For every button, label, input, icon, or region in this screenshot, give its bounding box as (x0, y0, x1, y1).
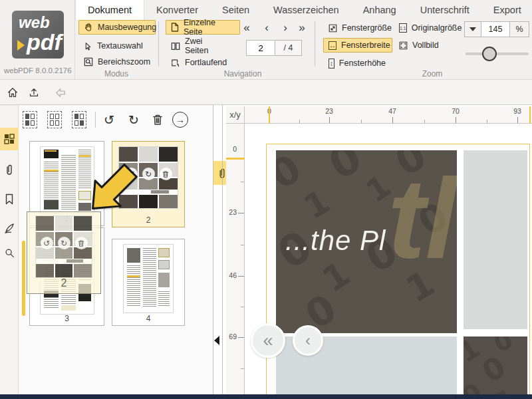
ribbon-tab-bar: Dokument Konverter Seiten Wasserzeichen … (75, 0, 532, 20)
logo-play-icon (17, 40, 25, 51)
trash-icon (152, 114, 163, 126)
page-number-input[interactable] (246, 40, 275, 56)
sidebar-item-attachments[interactable] (0, 158, 19, 181)
fit-width-icon: ↔ (329, 41, 336, 50)
drag-ghost-page: ...the Pl ↺ ↻ 2 (27, 211, 101, 294)
previous-page-button[interactable]: ‹ (259, 21, 274, 35)
svg-text:1: 1 (297, 182, 336, 227)
page-canvas[interactable]: 0 1 0 1 0 0 1 0 1 0 0 tl (245, 124, 532, 395)
tab-seiten[interactable]: Seiten (210, 0, 261, 20)
fullscreen-icon (399, 41, 408, 50)
horizontal-ruler: 0 23 47 70 93 (245, 106, 532, 124)
zoom-group-label: Zoom (399, 69, 466, 78)
bereichszoom-button[interactable]: Bereichszoom (78, 55, 153, 69)
home-button[interactable] (4, 84, 21, 101)
webpdf-logo: web pdf (12, 11, 64, 59)
single-page-icon (171, 23, 179, 32)
fensterbreite-button[interactable]: ↔ Fensterbreite (323, 38, 392, 53)
zoom-area-icon (84, 57, 93, 66)
drag-arrow-cursor (87, 156, 139, 221)
fit-height-icon: ↕ (329, 59, 334, 68)
chevron-down-icon (469, 27, 476, 31)
tab-konverter[interactable]: Konverter (144, 0, 210, 20)
mausbewegung-button[interactable]: Mausbewegung (78, 20, 156, 35)
search-icon (4, 248, 15, 259)
zoom-slider-track[interactable] (466, 53, 529, 55)
zoom-value-field[interactable]: 145 (481, 21, 510, 37)
last-page-button[interactable]: » (295, 21, 309, 35)
tab-export[interactable]: Export (481, 0, 532, 20)
logo-text-pdf: pdf (27, 29, 62, 55)
panel-splitter-line (222, 105, 223, 395)
rotate-right-button[interactable]: ↻ (125, 110, 142, 129)
extract-page-button[interactable]: → (172, 110, 189, 129)
hand-icon (84, 23, 93, 32)
drag-ghost-preview: ...the Pl ↺ ↻ (36, 216, 92, 277)
page-4-preview (124, 245, 173, 313)
page-4-label: 4 (146, 314, 151, 325)
back-button[interactable] (52, 84, 69, 101)
webpdf-window: web pdf webPDF 8.0.0.2176 Dokument Konve… (0, 0, 532, 399)
invert-selection-icon (72, 111, 86, 128)
delete-page-button[interactable] (149, 110, 166, 129)
zoom-slider-knob[interactable] (482, 47, 497, 61)
sidebar-item-search[interactable] (0, 242, 19, 265)
zoom-percent-label: % (509, 21, 529, 37)
next-page-button[interactable]: › (278, 21, 293, 35)
sidebar-item-signature[interactable] (0, 217, 19, 239)
ruler-corner: x/y (226, 106, 245, 124)
page-cell-gray (464, 150, 527, 329)
collapse-panel-button[interactable] (214, 336, 219, 345)
zoom-dropdown-button[interactable] (464, 21, 481, 37)
ruler-page-left-marker (269, 106, 270, 124)
upload-button[interactable] (25, 84, 43, 101)
page-total-label: / 4 (275, 40, 302, 56)
originalgroesse-button[interactable]: 1:1 Originalgröße (394, 21, 466, 35)
rotate-right-icon[interactable]: ↻ (142, 168, 155, 180)
select-none-icon (47, 111, 62, 128)
sidebar-item-thumbnails[interactable] (0, 128, 19, 150)
fenstergroesse-button[interactable]: Fenstergröße (323, 21, 391, 35)
select-none-pages-button[interactable] (46, 110, 63, 129)
panel-splitter[interactable] (213, 105, 213, 395)
trash-icon (75, 237, 88, 249)
tab-dokument[interactable]: Dokument (75, 0, 144, 20)
page-headline: ...the Pl (285, 225, 386, 257)
divider (95, 112, 96, 128)
einzelne-seite-button[interactable]: Einzelne Seite (166, 20, 240, 35)
bookmark-icon (5, 194, 14, 205)
divider (315, 21, 315, 66)
arrow-right-circle-icon: → (172, 112, 188, 128)
svg-text:0: 0 (464, 377, 487, 395)
go-first-page-button[interactable]: « (251, 323, 285, 358)
rotate-right-icon: ↻ (128, 114, 139, 126)
sidebar-item-bookmarks[interactable] (0, 188, 19, 210)
tab-wasserzeichen[interactable]: Wasserzeichen (261, 0, 351, 20)
document-tab-bar: webpdf_de.pdf × (0, 80, 532, 105)
rotate-right-icon: ↻ (58, 237, 70, 249)
textauswahl-button[interactable]: Textauswahl (78, 39, 152, 53)
status-footer-bar (0, 394, 532, 399)
vollbild-button[interactable]: Vollbild (394, 38, 446, 53)
trash-icon[interactable] (160, 168, 172, 180)
invert-selection-button[interactable] (70, 110, 88, 129)
ruler-page-right-marker (529, 106, 531, 124)
divider (158, 21, 159, 66)
drop-position-indicator (22, 241, 25, 316)
fensterhoehe-button[interactable]: ↕ Fensterhöhe (323, 56, 391, 70)
rotate-left-button[interactable]: ↺ (100, 110, 118, 129)
tab-unterschrift[interactable]: Unterschrift (408, 0, 481, 20)
drag-ghost-label: 2 (61, 277, 67, 289)
ruler-page-top-marker (226, 158, 245, 160)
go-previous-page-button[interactable]: ‹ (293, 325, 323, 356)
fortlaufend-button[interactable]: Fortlaufend (166, 55, 232, 70)
tab-anhang[interactable]: Anhang (351, 0, 408, 20)
select-all-pages-button[interactable] (21, 110, 39, 129)
zwei-seiten-button[interactable]: Zwei Seiten (166, 39, 232, 53)
ribbon: web pdf webPDF 8.0.0.2176 Dokument Konve… (0, 0, 532, 80)
fit-window-icon (329, 24, 337, 33)
modus-group-label: Modus (86, 69, 146, 78)
rotate-left-icon: ↺ (41, 237, 53, 249)
page-thumbnail-4[interactable]: 4 (112, 239, 185, 326)
first-page-button[interactable]: « (239, 21, 254, 35)
